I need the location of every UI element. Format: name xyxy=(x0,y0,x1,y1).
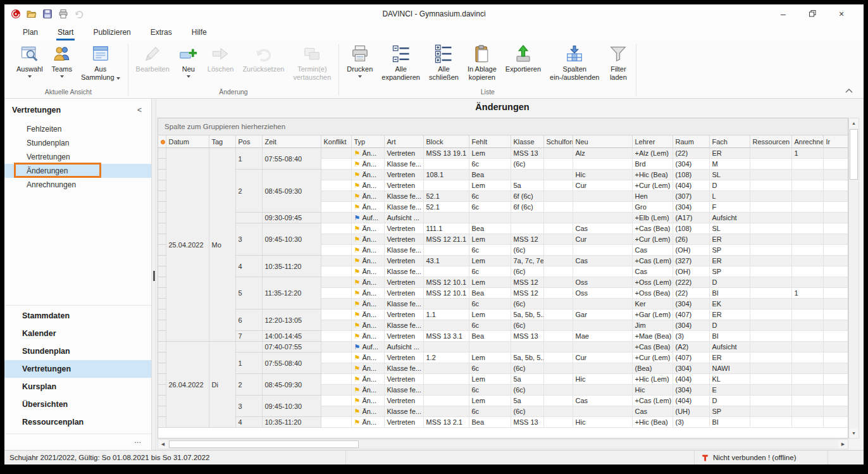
lehrer-cell: Gro xyxy=(632,202,673,213)
sidebar-item-stundenplan[interactable]: Stundenplan xyxy=(4,136,151,150)
sidebar-item-anrechnungen[interactable]: Anrechnungen xyxy=(4,178,151,192)
column-header-typ[interactable]: Typ xyxy=(351,135,384,148)
sidebar-item-fehlzeiten[interactable]: Fehlzeiten xyxy=(4,122,151,136)
column-header-datum[interactable]: Datum xyxy=(166,135,209,148)
scroll-right-icon[interactable]: ▶ xyxy=(838,440,848,449)
art-cell: Vertreten xyxy=(384,374,423,385)
raum-cell: (304) xyxy=(673,299,709,309)
table-row[interactable]: 25.04.2022Mo107:55-08:40⚑Än...VertretenM… xyxy=(158,148,848,159)
column-header-row-indicator[interactable] xyxy=(158,135,166,148)
column-header-raum[interactable]: Raum xyxy=(673,135,709,148)
column-header-neu[interactable]: Neu xyxy=(573,135,632,148)
drucken-button[interactable]: Drucken xyxy=(342,42,377,78)
klasse-cell: 5a, 5b, 5... xyxy=(511,309,543,320)
button-label: Spalten ein-/ausblenden xyxy=(550,65,599,82)
alle-schließen-button[interactable]: Alle schließen xyxy=(425,42,463,82)
table-row[interactable]: 208:45-09:30⚑Än...Vertreten108.1BeaHic+H… xyxy=(158,170,848,180)
column-header-art[interactable]: Art xyxy=(384,135,423,148)
row-indicator-cell xyxy=(158,266,166,277)
close-button[interactable]: × xyxy=(834,5,848,23)
column-header-pos[interactable]: Pos xyxy=(235,135,262,148)
horizontal-scrollbar[interactable]: ◀ ▶ xyxy=(158,439,848,449)
scroll-left-icon[interactable]: ◀ xyxy=(158,440,168,449)
table-row[interactable]: 26.04.2022Di07:40-07:55⚑Auf...Aufsicht .… xyxy=(158,342,848,352)
block-cell: 111.1 xyxy=(423,223,469,234)
sidebar-section-stammdaten[interactable]: Stammdaten xyxy=(4,307,151,325)
sidebar-section-kalender[interactable]: Kalender xyxy=(4,325,151,342)
tab-hilfe[interactable]: Hilfe xyxy=(190,25,208,41)
tab-extras[interactable]: Extras xyxy=(149,25,173,41)
sidebar-collapse-icon[interactable]: < xyxy=(137,106,142,122)
maximize-button[interactable] xyxy=(805,5,819,23)
sidebar-item-änderungen[interactable]: Änderungen xyxy=(4,164,151,178)
collapse-ribbon-icon[interactable] xyxy=(845,85,853,93)
open-folder-icon[interactable] xyxy=(27,9,37,19)
table-row[interactable]: 309:45-10:30⚑Än...Vertreten111.1BeaCas+C… xyxy=(158,223,848,234)
sidebar-overflow-button[interactable]: ... xyxy=(134,435,141,445)
typ-cell: ⚑Än... xyxy=(351,170,384,180)
tab-publizieren[interactable]: Publizieren xyxy=(92,25,132,41)
vertical-scroll-thumb[interactable] xyxy=(850,129,858,180)
sidebar-section-stundenplan[interactable]: Stundenplan xyxy=(4,342,151,360)
column-header-tag[interactable]: Tag xyxy=(209,135,235,148)
in-ablage-kopieren-button[interactable]: In Ablage kopieren xyxy=(463,42,501,82)
group-by-bar[interactable]: Spalte zum Gruppieren hierherziehen xyxy=(158,118,848,135)
sidebar-section-vertretungen[interactable]: Vertretungen xyxy=(4,360,151,378)
table-row[interactable]: 511:35-12:20⚑Än...VertretenMSS 12 10.1Le… xyxy=(158,277,848,288)
neu-cell: Cur xyxy=(573,352,632,363)
exportieren-button[interactable]: Exportieren xyxy=(501,42,545,73)
app-logo-icon[interactable] xyxy=(11,9,21,19)
filter-laden-button[interactable]: Filter laden xyxy=(604,42,633,82)
column-header-ressourcen[interactable]: Ressourcen xyxy=(750,135,791,148)
table-row[interactable]: 208:45-09:30⚑Än...VertretenLem5aHic+Hic … xyxy=(158,374,848,385)
sidebar-section-kursplan[interactable]: Kursplan xyxy=(4,378,151,396)
minimize-button[interactable]: – xyxy=(776,5,790,23)
sidebar-splitter[interactable] xyxy=(152,99,156,450)
lehrer-cell: Cas xyxy=(632,245,673,256)
raum-cell: (OH) xyxy=(673,245,709,256)
column-header-zeit[interactable]: Zeit xyxy=(262,135,321,148)
teams-button[interactable]: Teams xyxy=(47,42,77,78)
neu-button[interactable]: Neu xyxy=(174,42,203,78)
scroll-down-icon[interactable]: ▼ xyxy=(849,428,859,438)
column-header-konflikt[interactable]: Konflikt xyxy=(321,135,351,148)
table-row[interactable]: 714:00-14:45⚑Än...VertretenMSS 13 3.1Bea… xyxy=(158,331,848,342)
flag-yellow-icon: ⚑ xyxy=(354,397,361,404)
neu-cell: Oss xyxy=(573,288,632,299)
alle-expandieren-button[interactable]: Alle expandieren xyxy=(377,42,425,82)
table-row[interactable]: 309:45-10:30⚑Än...VertretenLem5aCas+Cas … xyxy=(158,396,848,406)
column-header-schulforn[interactable]: Schulforn xyxy=(543,135,573,148)
table-row[interactable]: 410:35-11:20⚑Än...VertretenMSS 13 2.1Bea… xyxy=(158,417,848,428)
column-header-anrechne[interactable]: Anrechne xyxy=(791,135,823,148)
auswahl-button[interactable]: Auswahl xyxy=(12,42,47,78)
tab-start[interactable]: Start xyxy=(56,25,75,41)
table-row[interactable]: 410:35-11:20⚑Än...Vertreten43.1Lem7a, 7c… xyxy=(158,256,848,266)
button-label: Alle schließen xyxy=(429,65,459,82)
neu-cell: Cur xyxy=(573,180,632,191)
sidebar-item-vertretungen[interactable]: Vertretungen xyxy=(4,150,151,164)
scroll-up-icon[interactable]: ▲ xyxy=(849,118,859,128)
table-row[interactable]: 107:55-08:40⚑Än...Vertreten1.2Lem5a, 5b,… xyxy=(158,352,848,363)
print-small-icon[interactable] xyxy=(58,9,68,19)
column-header-ir[interactable]: Ir xyxy=(823,135,848,148)
neu-cell xyxy=(573,342,632,352)
anrechne-cell xyxy=(791,245,823,256)
art-cell: Aufsicht ... xyxy=(384,213,423,223)
column-header-fehlt[interactable]: Fehlt xyxy=(469,135,511,148)
column-header-lehrer[interactable]: Lehrer xyxy=(632,135,673,148)
table-row[interactable]: 612:20-13:05⚑Än...Vertreten1.1Lem5a, 5b,… xyxy=(158,309,848,320)
vertical-scrollbar[interactable]: ▲ ▼ xyxy=(848,118,859,439)
spalten-ein-ausblenden-button[interactable]: Spalten ein-/ausblenden xyxy=(545,42,604,82)
aus-sammlung-button[interactable]: Aus Sammlung xyxy=(77,42,125,82)
table-row[interactable]: 09:30-09:45⚑Auf...Aufsicht ...+Elb (Lem)… xyxy=(158,213,848,223)
column-header-block[interactable]: Block xyxy=(423,135,469,148)
fehlt-cell: 6c xyxy=(469,320,511,331)
tab-plan[interactable]: Plan xyxy=(22,25,39,41)
horizontal-scroll-thumb[interactable] xyxy=(169,440,359,448)
column-header-fach[interactable]: Fach xyxy=(709,135,750,148)
klasse-cell: (6c) xyxy=(511,363,543,374)
column-header-klasse[interactable]: Klasse xyxy=(511,135,543,148)
sidebar-section-ressourcenplan[interactable]: Ressourcenplan xyxy=(4,413,151,431)
sidebar-section-übersichten[interactable]: Übersichten xyxy=(4,396,151,413)
save-icon[interactable] xyxy=(42,9,53,19)
